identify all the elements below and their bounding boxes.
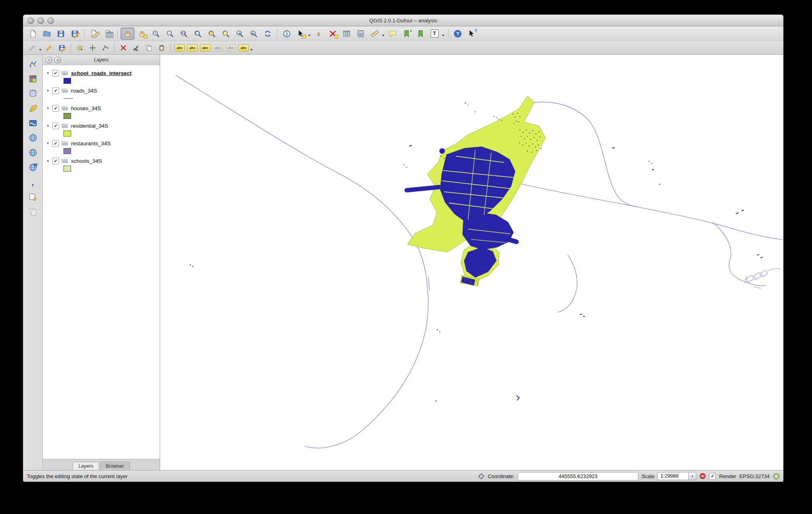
add-wcs-layer-button[interactable] (27, 147, 39, 158)
label-show-hide-button[interactable]: abc (225, 43, 237, 53)
save-project-button[interactable] (54, 28, 67, 40)
toggle-editing-button[interactable] (43, 43, 55, 53)
scale-dropdown-button[interactable]: ▾ (688, 472, 696, 480)
add-spatialite-layer-button[interactable] (27, 103, 39, 114)
help-contents-button[interactable]: ? (451, 28, 464, 40)
layer-visibility-checkbox[interactable]: ✓ (52, 140, 59, 147)
layer-item-roads-34s[interactable]: ▼ ✓ roads_34S (43, 86, 160, 103)
layer-symbol-swatch[interactable] (63, 98, 73, 99)
pan-to-selection-button[interactable] (135, 28, 149, 40)
zoom-to-layer-button[interactable] (205, 28, 218, 40)
zoom-in-button[interactable]: + (149, 28, 162, 40)
layer-label[interactable]: houses_34S (71, 105, 101, 111)
layer-visibility-checkbox[interactable]: ✓ (52, 123, 59, 129)
label-move-button[interactable]: abc (186, 43, 198, 53)
text-annotation-button[interactable]: T (428, 28, 441, 40)
layer-item-restaurants-34s[interactable]: ▼ ✓ restaurants_34S (43, 138, 160, 156)
add-postgis-layer-button[interactable] (27, 88, 39, 99)
crs-status[interactable]: EPSG:32734 (739, 473, 770, 479)
layer-label[interactable]: restaurants_34S (71, 140, 111, 146)
map-canvas[interactable] (160, 55, 783, 470)
cut-features-button[interactable] (130, 43, 142, 53)
new-bookmark-button[interactable]: + (400, 28, 413, 40)
zoom-full-button[interactable] (191, 28, 204, 40)
layer-item-houses-34s[interactable]: ▼ ✓ houses_34S (43, 103, 160, 121)
save-project-as-button[interactable] (68, 28, 81, 40)
expander-icon[interactable]: ▼ (46, 89, 50, 93)
map-refresh-button[interactable] (261, 28, 274, 40)
attribute-table-button[interactable] (340, 28, 353, 40)
stop-render-icon[interactable] (699, 473, 706, 479)
field-calculator-button[interactable] (354, 28, 367, 40)
add-wms-layer-button[interactable] (27, 132, 39, 143)
measure-button[interactable] (368, 28, 381, 40)
identify-features-button[interactable] (280, 28, 293, 40)
layer-visibility-checkbox[interactable]: ✓ (52, 105, 59, 112)
label-rotate-button[interactable]: abc (199, 43, 211, 53)
layer-symbol-swatch[interactable] (63, 130, 71, 136)
deselect-all-button[interactable] (326, 28, 339, 40)
expander-icon[interactable]: ▼ (46, 124, 50, 128)
layer-visibility-checkbox[interactable]: ✓ (52, 158, 59, 164)
layer-visibility-checkbox[interactable]: ✓ (52, 70, 59, 77)
layer-symbol-swatch[interactable] (63, 166, 71, 172)
save-layer-edits-button[interactable] (56, 43, 68, 53)
layer-symbol-swatch[interactable] (63, 148, 71, 154)
layer-label[interactable]: school_roads_intersect (71, 70, 132, 76)
delete-selected-button[interactable] (117, 43, 129, 53)
select-features-dropdown[interactable] (308, 35, 311, 36)
layer-label[interactable]: residential_34S (71, 123, 108, 129)
scale-combo[interactable]: 1:29988 ▾ (658, 472, 696, 480)
composer-manager-button[interactable] (101, 28, 115, 40)
node-tool-button[interactable] (99, 43, 111, 53)
add-delimited-text-layer-button[interactable]: , (27, 177, 39, 188)
whats-this-button[interactable]: ? (465, 28, 478, 40)
messages-icon[interactable] (773, 473, 780, 480)
scale-value[interactable]: 1:29988 (658, 472, 688, 480)
select-features-button[interactable] (294, 28, 307, 40)
add-feature-button[interactable] (74, 43, 86, 53)
zoom-window-button[interactable] (48, 18, 54, 24)
coordinate-input[interactable] (518, 472, 638, 480)
paste-features-button[interactable] (156, 43, 168, 53)
layer-visibility-checkbox[interactable]: ✓ (52, 87, 59, 94)
add-wfs-layer-button[interactable]: W (27, 162, 39, 173)
zoom-out-button[interactable]: − (163, 28, 176, 40)
tab-layers[interactable]: Layers (73, 462, 99, 470)
measure-dropdown[interactable] (382, 35, 384, 36)
render-checkbox[interactable]: ✓ (709, 473, 716, 480)
open-project-button[interactable] (40, 28, 53, 40)
add-vector-layer-button[interactable] (27, 59, 39, 69)
panel-float-button[interactable]: ⊙ (54, 57, 61, 63)
layer-item-schools-34s[interactable]: ▼ ✓ schools_34S (43, 156, 160, 174)
pan-map-button[interactable] (121, 28, 135, 40)
copy-features-button[interactable] (143, 43, 155, 53)
expander-icon[interactable]: ▼ (46, 107, 50, 110)
zoom-last-button[interactable]: ◀ (233, 28, 246, 40)
layer-symbol-swatch[interactable] (63, 113, 71, 119)
layer-item-residential-34s[interactable]: ▼ ✓ residential_34S (43, 121, 160, 138)
label-properties-dropdown[interactable] (250, 49, 253, 51)
coordinate-capture-icon[interactable] (478, 473, 485, 480)
add-raster-layer-button[interactable] (27, 73, 39, 84)
expander-icon[interactable]: ▼ (46, 71, 50, 75)
show-bookmarks-button[interactable] (414, 28, 427, 40)
zoom-actual-button[interactable]: 1:1 (177, 28, 190, 40)
add-mssql-layer-button[interactable] (27, 118, 39, 128)
panel-close-button[interactable]: × (46, 57, 52, 63)
new-composer-button[interactable] (87, 28, 101, 40)
expander-icon[interactable]: ▼ (46, 159, 50, 163)
current-edits-dropdown[interactable] (39, 49, 42, 51)
label-pin-button[interactable]: abc (212, 43, 224, 53)
labeling-button[interactable]: abc (174, 43, 186, 53)
minimize-window-button[interactable] (38, 18, 44, 24)
select-by-expression-button[interactable]: ε (312, 28, 325, 40)
layer-item-school-roads-intersect[interactable]: ▼ ✓ school_roads_intersect (43, 68, 160, 86)
zoom-next-button[interactable]: ▶ (247, 28, 260, 40)
label-properties-button[interactable]: abc (238, 43, 250, 53)
close-window-button[interactable] (28, 18, 34, 24)
layer-symbol-swatch[interactable] (63, 78, 71, 84)
new-shapefile-layer-button[interactable] (27, 192, 39, 202)
remove-layer-button[interactable] (27, 206, 39, 217)
map-tips-button[interactable] (386, 28, 399, 40)
